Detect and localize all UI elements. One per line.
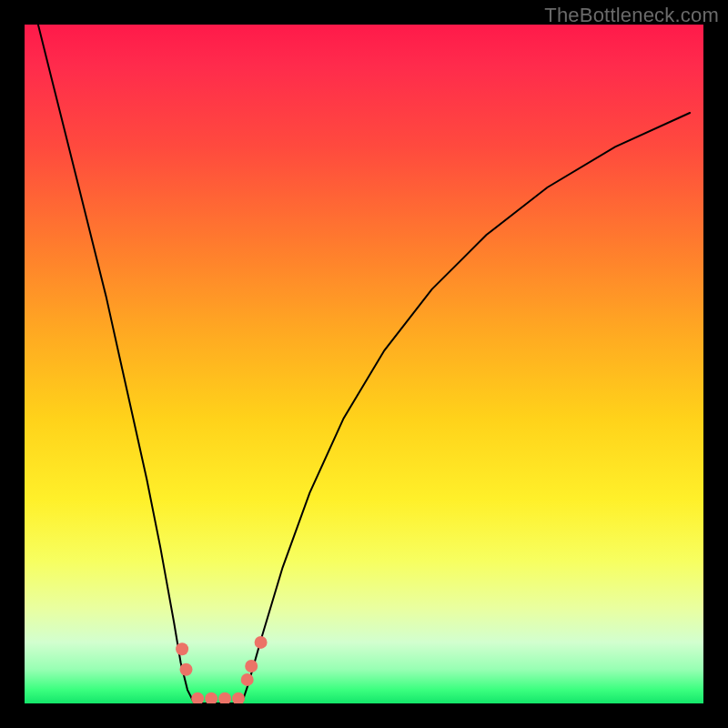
bottleneck-curve-svg xyxy=(25,25,703,703)
curve-marker xyxy=(232,693,245,703)
bottleneck-curve-path xyxy=(38,25,690,703)
curve-marker xyxy=(245,660,258,672)
watermark-text: TheBottleneck.com xyxy=(544,4,719,27)
curve-marker xyxy=(218,693,231,703)
plot-area xyxy=(25,25,703,703)
chart-stage: TheBottleneck.com xyxy=(0,0,728,728)
curve-marker xyxy=(191,693,204,703)
curve-marker xyxy=(255,636,268,649)
curve-marker xyxy=(205,693,217,703)
curve-marker xyxy=(176,642,188,655)
curve-marker xyxy=(241,673,254,686)
curve-marker xyxy=(180,663,193,676)
